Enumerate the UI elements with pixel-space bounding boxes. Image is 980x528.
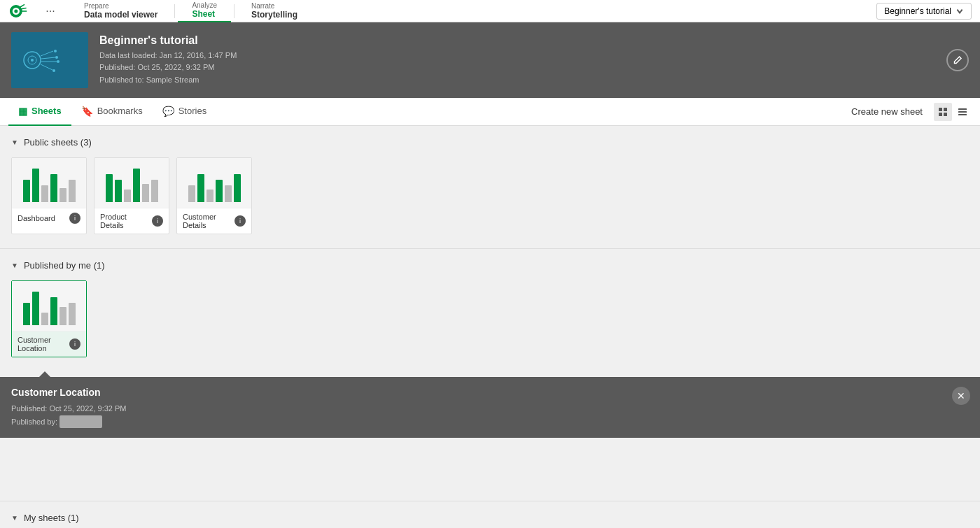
my-sheets-header[interactable]: ▼ My sheets (1) <box>11 513 969 523</box>
bar-1 <box>106 174 113 202</box>
bar-6 <box>151 180 158 202</box>
sheet-card-product-name: Product Details <box>100 213 152 229</box>
sheet-card-dashboard-label: Dashboard i <box>12 208 86 228</box>
bar-3 <box>124 190 131 202</box>
tutorial-button[interactable]: Beginner's tutorial <box>876 3 972 20</box>
bar-2 <box>197 174 204 202</box>
location-info-icon[interactable]: i <box>69 338 80 350</box>
bar-3 <box>41 185 48 202</box>
tabs-right-area: Create new sheet <box>846 103 972 121</box>
published-by-me-chevron: ▼ <box>11 262 18 269</box>
product-info-icon[interactable]: i <box>152 215 163 227</box>
nav-analyze-sub: Sheet <box>192 9 217 19</box>
sheets-icon: ▦ <box>18 106 27 117</box>
svg-rect-6 <box>15 36 85 85</box>
published-by-me-header[interactable]: ▼ Published by me (1) <box>11 260 969 271</box>
nav-narrate[interactable]: Narrate Storytelling <box>237 0 312 22</box>
app-published-to: Published to: Sample Stream <box>99 74 969 87</box>
svg-rect-22 <box>958 108 967 110</box>
nav-prepare[interactable]: Prepare Data model viewer <box>70 0 172 22</box>
bar-4 <box>133 169 140 202</box>
bar-5 <box>142 184 149 202</box>
bar-1 <box>23 180 30 202</box>
bar-6 <box>234 174 241 202</box>
stories-icon: 💬 <box>162 106 174 117</box>
nav-analyze-label: Analyze <box>192 1 217 9</box>
published-by-me-label: Published by me (1) <box>24 260 105 271</box>
sheet-card-customer-details[interactable]: Customer Details i <box>176 157 252 234</box>
tooltip-popup: Customer Location Published: Oct 25, 202… <box>0 377 980 438</box>
qlik-logo[interactable] <box>8 3 31 19</box>
my-sheets-chevron: ▼ <box>11 514 18 522</box>
sheet-card-location-thumb <box>12 281 86 331</box>
bar-1 <box>188 185 195 202</box>
app-info: Beginner's tutorial Data last loaded: Ja… <box>99 34 969 87</box>
svg-rect-24 <box>958 114 967 115</box>
my-sheets-section: ▼ My sheets (1) Private sheet – sample i <box>0 501 980 528</box>
tooltip-close-button[interactable]: ✕ <box>952 387 970 405</box>
bar-4 <box>50 174 57 202</box>
list-view-button[interactable] <box>953 103 972 121</box>
svg-point-17 <box>52 69 55 72</box>
grid-view-button[interactable] <box>934 103 952 121</box>
svg-line-4 <box>21 8 27 8</box>
tab-bookmarks[interactable]: 🔖 Bookmarks <box>71 98 153 126</box>
more-options-button[interactable]: ··· <box>42 3 59 20</box>
published-by-me-section: ▼ Published by me (1) Customer Location … <box>0 249 980 371</box>
app-title: Beginner's tutorial <box>99 34 969 47</box>
tab-stories-label: Stories <box>178 106 206 116</box>
tooltip-title: Customer Location <box>11 387 969 398</box>
nav-analyze[interactable]: Analyze Sheet <box>178 0 231 22</box>
create-new-sheet-button[interactable]: Create new sheet <box>846 104 928 120</box>
sheet-card-dashboard-thumb <box>12 158 86 208</box>
bar-6 <box>69 180 76 202</box>
sheet-card-location-label: Customer Location i <box>12 331 86 357</box>
tab-sheets[interactable]: ▦ Sheets <box>8 98 71 126</box>
svg-point-2 <box>14 9 18 13</box>
tab-bookmarks-label: Bookmarks <box>97 106 143 116</box>
nav-prepare-sub: Data model viewer <box>84 10 158 20</box>
sheet-card-location-name: Customer Location <box>18 336 69 352</box>
main-content: ▼ Public sheets (3) Dashboard i <box>0 126 980 528</box>
sheet-card-product-details[interactable]: Product Details i <box>94 157 169 234</box>
sheet-card-customer-name: Customer Details <box>183 213 234 229</box>
edit-button[interactable] <box>946 49 969 71</box>
bar-1 <box>23 303 30 325</box>
bar-3 <box>41 313 48 325</box>
svg-point-14 <box>55 56 58 59</box>
svg-rect-20 <box>939 113 942 116</box>
svg-point-13 <box>54 50 57 52</box>
public-sheets-label: Public sheets (3) <box>24 137 92 148</box>
sheet-card-customer-thumb <box>177 158 251 208</box>
svg-rect-18 <box>939 108 942 111</box>
bar-6 <box>69 303 76 325</box>
sheet-card-customer-location[interactable]: Customer Location i <box>11 280 87 357</box>
tab-stories[interactable]: 💬 Stories <box>153 98 216 126</box>
customer-info-icon[interactable]: i <box>234 215 246 227</box>
tooltip-spacer <box>0 438 980 501</box>
sheet-card-product-thumb <box>94 158 169 208</box>
nav-narrate-label: Narrate <box>251 2 298 10</box>
public-sheets-chevron: ▼ <box>11 138 18 146</box>
svg-point-15 <box>57 60 59 63</box>
bar-2 <box>32 169 39 202</box>
svg-line-3 <box>20 4 24 7</box>
bar-5 <box>59 307 66 325</box>
public-sheets-header[interactable]: ▼ Public sheets (3) <box>11 137 969 148</box>
bar-5 <box>225 185 232 202</box>
sheet-card-dashboard[interactable]: Dashboard i <box>11 157 87 234</box>
public-sheets-section: ▼ Public sheets (3) Dashboard i <box>0 126 980 248</box>
nav-prepare-label: Prepare <box>84 2 158 10</box>
bar-4 <box>50 297 57 325</box>
nav-divider-1 <box>174 4 175 18</box>
sheet-card-customer-label: Customer Details i <box>177 208 251 234</box>
bar-5 <box>59 188 66 202</box>
tooltip-arrow <box>39 371 50 377</box>
dashboard-info-icon[interactable]: i <box>69 213 80 224</box>
tooltip-published-by-value <box>59 415 102 429</box>
bar-3 <box>206 190 214 202</box>
nav-narrate-sub: Storytelling <box>251 10 298 20</box>
nav-divider-2 <box>234 4 234 18</box>
svg-point-9 <box>31 59 34 62</box>
app-header: Beginner's tutorial Data last loaded: Ja… <box>0 22 980 98</box>
